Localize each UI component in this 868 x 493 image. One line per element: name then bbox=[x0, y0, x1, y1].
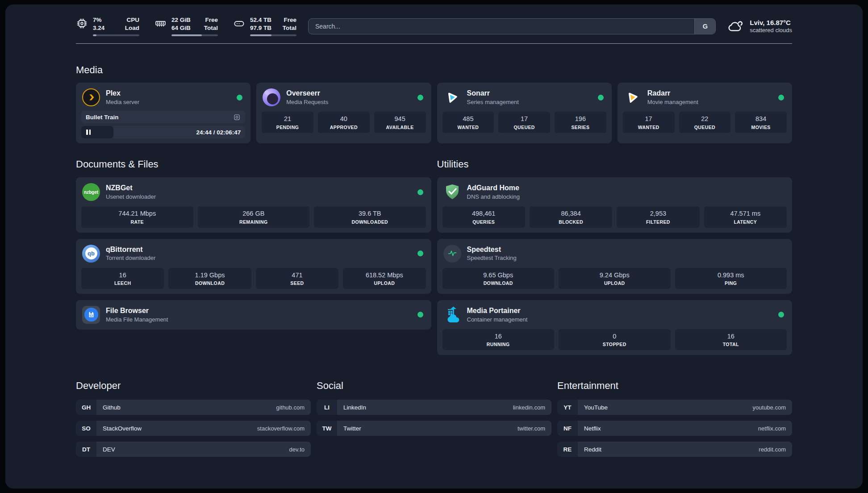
memory-total: 64 GiB bbox=[171, 24, 191, 32]
cpu-label: CPU bbox=[126, 16, 139, 24]
stat-total: 16 TOTAL bbox=[675, 329, 787, 350]
search-provider-button[interactable]: G bbox=[694, 19, 715, 34]
stat-available: 945 AVAILABLE bbox=[374, 112, 426, 133]
qbittorrent-card[interactable]: qb qBittorrent Torrent downloader bbox=[76, 239, 431, 294]
social-group: Social LI LinkedIn linkedin.com TW Twitt… bbox=[317, 380, 551, 436]
portainer-card-header: Media Portainer Container management bbox=[442, 305, 787, 325]
bookmark-abbr: DT bbox=[76, 442, 96, 457]
app-description: Usenet downloader bbox=[106, 193, 156, 200]
entertainment-list: YT YouTube youtube.com NF Netflix netfli… bbox=[557, 400, 792, 457]
search-input[interactable] bbox=[309, 19, 694, 34]
bookmark-github[interactable]: GH Github github.com bbox=[76, 400, 311, 415]
stat-label: QUEUED bbox=[681, 125, 729, 130]
stat-value: 0 bbox=[560, 333, 669, 340]
bookmark-linkedin[interactable]: LI LinkedIn linkedin.com bbox=[317, 400, 551, 415]
bookmark-name: LinkedIn bbox=[343, 404, 366, 411]
stat-value: 485 bbox=[444, 115, 492, 123]
developer-group: Developer GH Github github.com SO StackO… bbox=[76, 380, 311, 457]
stat-value: 40 bbox=[320, 115, 368, 123]
adguard-card[interactable]: AdGuard Home DNS and adblocking 498,461 … bbox=[437, 177, 793, 232]
dashboard: 7% CPU 3.24 Load bbox=[5, 4, 863, 489]
portainer-icon bbox=[443, 306, 461, 324]
speedtest-titles: Speedtest Speedtest Tracking bbox=[467, 246, 517, 261]
plex-icon bbox=[82, 88, 100, 106]
video-icon bbox=[233, 113, 241, 121]
app-name: Sonarr bbox=[467, 89, 519, 97]
app-description: Movie management bbox=[647, 99, 698, 105]
bookmark-body: StackOverflow stackoverflow.com bbox=[96, 421, 311, 436]
cloud-icon bbox=[727, 18, 744, 34]
plex-card[interactable]: Plex Media server Bullet Train bbox=[76, 83, 250, 143]
disk-stat: 52.4 TB Free 97.9 TB Total bbox=[233, 16, 296, 36]
stat-upload: 618.52 Mbps UPLOAD bbox=[343, 268, 426, 289]
bookmark-twitter[interactable]: TW Twitter twitter.com bbox=[317, 421, 551, 436]
filebrowser-card[interactable]: File Browser Media File Management bbox=[76, 300, 431, 330]
bookmark-url: github.com bbox=[276, 404, 305, 411]
bookmark-name: Twitter bbox=[343, 425, 361, 432]
stat-value: 1.19 Gbps bbox=[170, 272, 249, 279]
stat-filtered: 2,953 FILTERED bbox=[617, 206, 699, 227]
bookmark-abbr: YT bbox=[557, 400, 578, 415]
sonarr-stats: 485 WANTED 17 QUEUED 196 SERIES bbox=[442, 112, 606, 133]
stat-value: 17 bbox=[500, 115, 548, 123]
plex-now-playing: Bullet Train 24:44 / 02:06:47 bbox=[81, 111, 245, 138]
bookmark-netflix[interactable]: NF Netflix netflix.com bbox=[557, 421, 792, 436]
free-label: Free bbox=[284, 16, 296, 24]
adguard-stats: 498,461 QUERIES 86,384 BLOCKED 2,953 FIL… bbox=[442, 206, 787, 227]
portainer-card[interactable]: Media Portainer Container management 16 … bbox=[437, 300, 793, 355]
adguard-icon bbox=[443, 183, 461, 201]
radarr-card-header: Radarr Movie management bbox=[623, 88, 787, 107]
bookmark-youtube[interactable]: YT YouTube youtube.com bbox=[557, 400, 792, 415]
memory-progress-fill bbox=[171, 34, 202, 37]
bookmark-url: netflix.com bbox=[758, 425, 786, 432]
entertainment-group: Entertainment YT YouTube youtube.com NF … bbox=[557, 380, 792, 457]
stat-value: 2,953 bbox=[618, 210, 697, 217]
qbittorrent-stats: 16 LEECH 1.19 Gbps DOWNLOAD 471 SEED bbox=[81, 268, 426, 289]
sonarr-icon bbox=[443, 88, 461, 106]
overseerr-card[interactable]: Overseerr Media Requests 21 PENDING 40 A… bbox=[256, 83, 431, 143]
bookmark-stackoverflow[interactable]: SO StackOverflow stackoverflow.com bbox=[76, 421, 311, 436]
stat-ping: 0.993 ms PING bbox=[675, 268, 787, 289]
stat-movies: 834 MOVIES bbox=[735, 112, 787, 133]
radarr-card[interactable]: Radarr Movie management 17 WANTED 22 QUE… bbox=[618, 83, 792, 143]
radarr-titles: Radarr Movie management bbox=[647, 89, 698, 105]
disk-icon bbox=[233, 17, 245, 29]
disk-total: 97.9 TB bbox=[250, 24, 271, 32]
stat-value: 21 bbox=[263, 115, 312, 123]
qbittorrent-card-header: qb qBittorrent Torrent downloader bbox=[81, 244, 426, 263]
memory-stat: 22 GiB Free 64 GiB Total bbox=[154, 16, 218, 36]
entertainment-group-title: Entertainment bbox=[557, 380, 792, 392]
stat-value: 196 bbox=[556, 115, 605, 123]
stat-value: 744.21 Mbps bbox=[83, 210, 192, 217]
stat-label: UPLOAD bbox=[560, 280, 669, 286]
weather-text: Lviv, 16.87°C scattered clouds bbox=[750, 19, 792, 33]
memory-free: 22 GiB bbox=[171, 16, 191, 24]
stat-label: DOWNLOADED bbox=[316, 219, 424, 225]
speedtest-card[interactable]: Speedtest Speedtest Tracking 9.65 Gbps D… bbox=[437, 239, 793, 294]
stat-label: RUNNING bbox=[444, 342, 553, 347]
stat-value: 47.571 ms bbox=[706, 210, 785, 217]
filebrowser-titles: File Browser Media File Management bbox=[106, 307, 168, 322]
stat-value: 945 bbox=[376, 115, 424, 123]
status-dot bbox=[417, 312, 423, 318]
nzbget-card[interactable]: nzbget NZBGet Usenet downloader 744.21 M… bbox=[76, 177, 431, 232]
bookmark-abbr: TW bbox=[317, 421, 337, 436]
overseerr-glint bbox=[265, 91, 269, 95]
main-content: Media Plex Media server Bullet Train bbox=[5, 64, 863, 475]
free-label: Free bbox=[205, 16, 218, 24]
overseerr-icon bbox=[263, 88, 280, 106]
media-card-grid: Plex Media server Bullet Train bbox=[76, 83, 792, 143]
app-name: AdGuard Home bbox=[467, 184, 520, 192]
bookmark-groups: Developer GH Github github.com SO StackO… bbox=[76, 380, 792, 475]
bookmark-reddit[interactable]: RE Reddit reddit.com bbox=[557, 442, 792, 457]
sonarr-card[interactable]: Sonarr Series management 485 WANTED 17 Q… bbox=[437, 83, 612, 143]
stat-label: MOVIES bbox=[737, 125, 785, 130]
stat-download: 9.65 Gbps DOWNLOAD bbox=[442, 268, 555, 289]
status-dot bbox=[598, 95, 604, 100]
memory-progress-bar bbox=[171, 34, 218, 37]
bookmark-dev[interactable]: DT DEV dev.to bbox=[76, 442, 311, 457]
status-dot bbox=[778, 95, 784, 100]
disk-progress-bar bbox=[250, 34, 296, 37]
weather-condition: scattered clouds bbox=[750, 27, 792, 33]
bookmark-name: StackOverflow bbox=[103, 425, 142, 432]
